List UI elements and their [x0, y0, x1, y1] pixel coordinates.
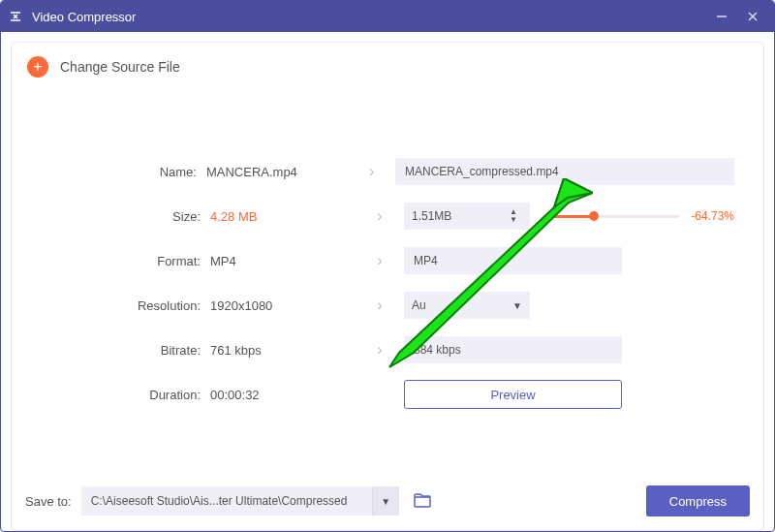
row-size: Size: 4.28 MB › 1.51MB ▲▼ [41, 194, 734, 238]
preview-button[interactable]: Preview [404, 380, 622, 409]
row-name: Name: MANCERA.mp4 › [41, 149, 734, 194]
reduction-percent: -64.73% [691, 209, 734, 223]
svg-rect-7 [415, 497, 430, 507]
main-card: + Change Source File Name: MANCERA.mp4 ›… [11, 42, 764, 531]
arrow-icon: › [348, 163, 395, 180]
slider-fill [547, 215, 594, 218]
close-button[interactable] [737, 1, 768, 32]
target-size-value: 1.51MB [412, 209, 451, 223]
save-path-text: C:\Aiseesoft Studio\Ais...ter Ultimate\C… [91, 494, 348, 508]
window-title: Video Compressor [32, 10, 136, 24]
size-label: Size: [41, 209, 210, 224]
titlebar: Video Compressor [1, 1, 774, 32]
change-source-label: Change Source File [60, 59, 180, 75]
arrow-icon: › [356, 297, 404, 314]
row-resolution: Resolution: 1920x1080 › Au ▼ [41, 283, 734, 328]
name-label: Name: [41, 165, 206, 179]
save-path-dropdown[interactable]: ▼ [372, 486, 399, 516]
target-size-stepper[interactable]: 1.51MB ▲▼ [404, 203, 530, 230]
target-resolution-select[interactable]: Au ▼ [404, 292, 530, 319]
duration-label: Duration: [41, 388, 210, 402]
source-name: MANCERA.mp4 [206, 165, 348, 179]
row-format: Format: MP4 › [41, 238, 734, 283]
minimize-button[interactable] [706, 1, 737, 32]
row-duration: Duration: 00:00:32 Preview [41, 372, 734, 417]
source-duration: 00:00:32 [210, 388, 356, 402]
size-slider[interactable] [547, 215, 679, 218]
target-format-input[interactable] [404, 247, 622, 274]
target-bitrate-input[interactable] [404, 336, 622, 363]
change-source-header[interactable]: + Change Source File [12, 43, 763, 91]
bottom-bar: Save to: C:\Aiseesoft Studio\Ais...ter U… [12, 472, 763, 530]
open-folder-button[interactable] [409, 487, 436, 515]
form-area: Name: MANCERA.mp4 › Size: 4.28 MB › 1.51… [12, 91, 763, 472]
save-to-label: Save to: [25, 494, 72, 509]
compress-button[interactable]: Compress [646, 485, 750, 516]
source-bitrate: 761 kbps [210, 343, 356, 358]
arrow-icon: › [356, 252, 404, 269]
source-format: MP4 [210, 254, 356, 268]
plus-icon: + [27, 56, 48, 78]
stepper-icon[interactable]: ▲▼ [505, 205, 522, 227]
arrow-icon: › [356, 341, 404, 359]
source-resolution: 1920x1080 [210, 298, 356, 313]
format-label: Format: [41, 254, 210, 268]
target-name-input[interactable] [395, 158, 734, 185]
target-resolution-value: Au [412, 298, 426, 312]
arrow-icon: › [356, 207, 404, 225]
row-bitrate: Bitrate: 761 kbps › [41, 328, 734, 372]
app-icon [7, 8, 24, 25]
slider-handle[interactable] [589, 211, 599, 221]
resolution-label: Resolution: [41, 298, 210, 313]
source-size: 4.28 MB [210, 209, 356, 224]
chevron-down-icon: ▼ [512, 300, 522, 311]
save-path-box[interactable]: C:\Aiseesoft Studio\Ais...ter Ultimate\C… [81, 486, 372, 516]
preview-label: Preview [490, 388, 535, 402]
bitrate-label: Bitrate: [41, 343, 210, 358]
compress-label: Compress [669, 494, 727, 509]
